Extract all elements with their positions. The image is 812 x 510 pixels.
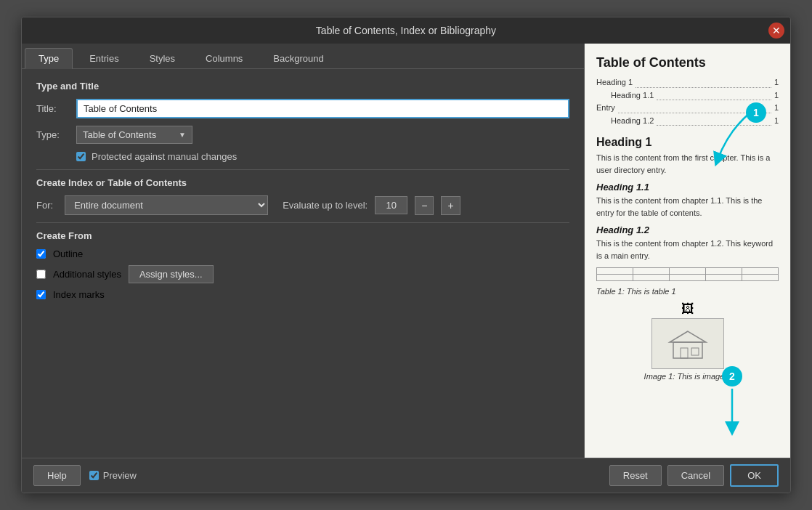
decrement-button[interactable]: − xyxy=(415,196,434,215)
additional-styles-row: Additional styles Assign styles... xyxy=(36,265,569,283)
image-hanger-icon: 🖼 xyxy=(651,301,724,317)
table-cell xyxy=(633,268,670,275)
for-row: For: Entire document Evaluate up to leve… xyxy=(36,195,569,215)
increment-button[interactable]: + xyxy=(441,196,460,215)
toc-dots-1 xyxy=(636,76,771,88)
create-from-section: Create From Outline Additional styles As… xyxy=(36,230,569,300)
dropdown-arrow-icon: ▼ xyxy=(179,131,186,139)
title-label: Title: xyxy=(36,103,76,114)
table-cell xyxy=(742,275,779,281)
svg-rect-4 xyxy=(681,348,688,358)
protected-checkbox[interactable] xyxy=(76,152,86,161)
preview-label: Preview xyxy=(103,470,137,481)
evaluate-label: Evaluate up to level: xyxy=(283,200,368,211)
for-label: For: xyxy=(36,200,53,211)
outline-checkbox[interactable] xyxy=(36,249,46,259)
table-cell xyxy=(706,268,742,275)
ok-button[interactable]: OK xyxy=(730,464,779,487)
type-dropdown-value: Table of Contents xyxy=(83,129,156,140)
reset-button[interactable]: Reset xyxy=(609,465,662,486)
tab-background[interactable]: Background xyxy=(259,48,337,68)
svg-marker-2 xyxy=(670,331,706,342)
annotation-arrow-2: 2 xyxy=(718,385,761,443)
table-caption: Table 1: This is table 1 xyxy=(596,287,779,296)
table-cell xyxy=(706,275,742,281)
toc-line-1: Heading 1 1 xyxy=(596,76,779,89)
toc-heading1-2-text: Heading 1.2 xyxy=(611,115,654,128)
preview-table xyxy=(596,267,779,281)
main-dialog: Table of Contents, Index or Bibliography… xyxy=(21,17,791,493)
outline-label: Outline xyxy=(53,248,83,259)
table-cell xyxy=(633,275,670,281)
divider-2 xyxy=(36,222,569,223)
title-bar: Table of Contents, Index or Bibliography… xyxy=(22,17,790,44)
toc-page-1: 1 xyxy=(774,76,779,89)
image-frame xyxy=(651,318,724,369)
preview-title: Table of Contents xyxy=(596,55,779,70)
table-cell xyxy=(742,268,779,275)
toc-page-1-1: 1 xyxy=(774,89,779,102)
close-button[interactable]: ✕ xyxy=(768,23,784,39)
left-panel: Type Entries Styles Columns Background T… xyxy=(22,44,585,458)
type-label: Type: xyxy=(36,129,76,140)
heading1-2: Heading 1.2 xyxy=(596,224,779,235)
heading1: Heading 1 xyxy=(596,136,779,149)
preview-check-row: Preview xyxy=(89,470,137,481)
bottom-right: Reset Cancel OK xyxy=(609,464,779,487)
type-dropdown[interactable]: Table of Contents ▼ xyxy=(76,126,192,144)
dialog-title: Table of Contents, Index or Bibliography xyxy=(316,25,496,36)
house-icon xyxy=(666,328,710,360)
toc-lines: Heading 1 1 Heading 1.1 1 Entry 1 Headin… xyxy=(596,76,779,127)
bottom-left: Help Preview xyxy=(33,465,137,486)
main-content: Type Entries Styles Columns Background T… xyxy=(22,44,790,458)
type-row: Type: Table of Contents ▼ xyxy=(36,126,569,144)
additional-styles-checkbox[interactable] xyxy=(36,270,46,279)
toc-dots-1-2 xyxy=(657,115,771,126)
create-index-label: Create Index or Table of Contents xyxy=(36,177,569,188)
cancel-button[interactable]: Cancel xyxy=(667,465,724,486)
for-dropdown-wrapper: Entire document xyxy=(65,195,268,215)
table-cell xyxy=(597,268,633,275)
outline-row: Outline xyxy=(36,248,569,259)
type-and-title-label: Type and Title xyxy=(36,81,569,92)
table-cell xyxy=(597,275,633,281)
create-from-label: Create From xyxy=(36,230,569,241)
heading1-body: This is the content from the first chapt… xyxy=(596,152,779,176)
tab-type[interactable]: Type xyxy=(25,48,73,69)
image-caption: Image 1: This is image 1 xyxy=(644,372,731,381)
toc-heading1-1-text: Heading 1.1 xyxy=(611,89,654,102)
right-panel: 1 Table of Contents Heading 1 1 Heading … xyxy=(585,44,790,458)
index-marks-checkbox[interactable] xyxy=(36,290,46,299)
assign-styles-button[interactable]: Assign styles... xyxy=(129,265,214,283)
evaluate-input[interactable] xyxy=(375,196,407,214)
for-dropdown[interactable]: Entire document xyxy=(65,195,268,215)
toc-heading1-text: Heading 1 xyxy=(596,76,633,89)
bottom-bar: Help Preview Reset Cancel OK xyxy=(22,458,790,493)
additional-styles-label: Additional styles xyxy=(53,269,121,280)
tab-entries[interactable]: Entries xyxy=(76,48,132,68)
tabs-bar: Type Entries Styles Columns Background xyxy=(22,44,584,69)
toc-page-entry: 1 xyxy=(774,102,779,115)
title-row: Title: xyxy=(36,99,569,118)
index-marks-label: Index marks xyxy=(53,289,105,300)
form-area: Type and Title Title: Type: Table of Con… xyxy=(22,69,584,458)
toc-dots-entry xyxy=(618,102,771,113)
help-button[interactable]: Help xyxy=(33,465,81,486)
toc-dots-1-1 xyxy=(657,89,771,101)
protected-row: Protected against manual changes xyxy=(76,151,569,162)
title-input[interactable] xyxy=(76,99,569,118)
table-row-1 xyxy=(597,268,779,275)
heading1-1-body: This is the content from chapter 1.1. Th… xyxy=(596,195,779,219)
table-cell xyxy=(670,268,706,275)
image-preview: 🖼 Image 1: This is image 1 xyxy=(596,301,779,381)
table-cell xyxy=(670,275,706,281)
toc-line-1-2: Heading 1.2 1 xyxy=(596,115,779,128)
table-row-2 xyxy=(597,275,779,281)
toc-line-1-1: Heading 1.1 1 xyxy=(596,89,779,102)
image-frame-wrapper: 🖼 xyxy=(651,301,724,369)
divider-1 xyxy=(36,169,569,170)
heading1-1: Heading 1.1 xyxy=(596,182,779,193)
tab-columns[interactable]: Columns xyxy=(192,48,256,68)
preview-checkbox[interactable] xyxy=(89,471,99,480)
tab-styles[interactable]: Styles xyxy=(136,48,189,68)
